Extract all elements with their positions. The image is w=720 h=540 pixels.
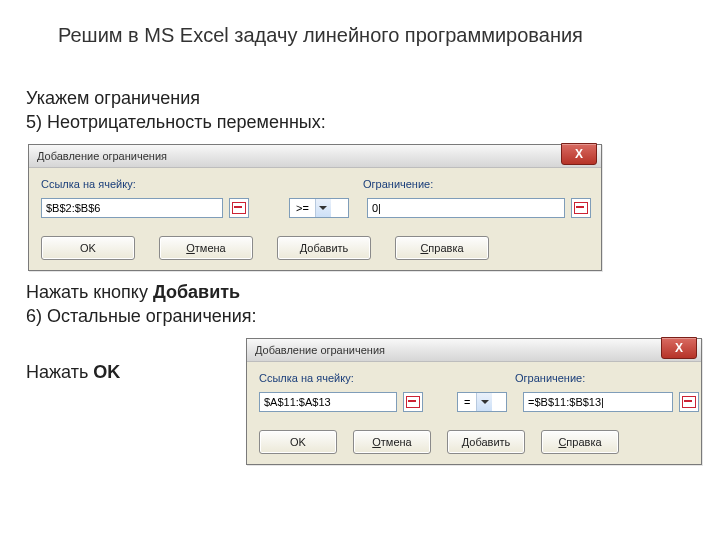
chevron-down-icon: [315, 199, 331, 217]
constraint-input[interactable]: 0|: [367, 198, 565, 218]
add-constraint-dialog-2: Добавление ограничения X Ссылка на ячейк…: [246, 338, 702, 465]
constraint-label: Ограничение:: [515, 372, 585, 384]
dialog-title: Добавление ограничения: [255, 344, 385, 356]
cell-ref-input[interactable]: $A$11:$A$13: [259, 392, 397, 412]
range-picker-button[interactable]: [403, 392, 423, 412]
range-picker-icon: [574, 202, 588, 214]
cell-ref-label: Ссылка на ячейку:: [41, 178, 136, 190]
add-button[interactable]: Добавить: [277, 236, 371, 260]
add-constraint-dialog-1: Добавление ограничения X Ссылка на ячейк…: [28, 144, 602, 271]
titlebar: Добавление ограничения X: [29, 145, 601, 168]
operator-value: >=: [290, 202, 315, 214]
help-button[interactable]: Справка: [395, 236, 489, 260]
dialog-body: Ссылка на ячейку: Ограничение: $A$11:$A$…: [247, 362, 701, 464]
dialog-body: Ссылка на ячейку: Ограничение: $B$2:$B$6…: [29, 168, 601, 270]
help-button[interactable]: Справка: [541, 430, 619, 454]
dialog-title: Добавление ограничения: [37, 150, 167, 162]
text-line: 5) Неотрицательность переменных:: [26, 110, 326, 134]
close-icon[interactable]: X: [661, 337, 697, 359]
operator-combo[interactable]: >=: [289, 198, 349, 218]
text-line: Укажем ограничения: [26, 86, 326, 110]
range-picker-button[interactable]: [571, 198, 591, 218]
add-button[interactable]: Добавить: [447, 430, 525, 454]
range-picker-icon: [232, 202, 246, 214]
text-press-ok: Нажать OK: [26, 360, 120, 384]
text-constraints-intro: Укажем ограничения 5) Неотрицательность …: [26, 86, 326, 135]
operator-value: =: [458, 396, 476, 408]
close-icon[interactable]: X: [561, 143, 597, 165]
constraint-label: Ограничение:: [363, 178, 433, 190]
page-title: Решим в MS Excel задачу линейного програ…: [58, 24, 583, 47]
cancel-button[interactable]: Отмена: [353, 430, 431, 454]
chevron-down-icon: [476, 393, 492, 411]
text-line: 6) Остальные ограничения:: [26, 304, 257, 328]
ok-button[interactable]: OK: [41, 236, 135, 260]
range-picker-button[interactable]: [679, 392, 699, 412]
text-press-add: Нажать кнопку Добавить 6) Остальные огра…: [26, 280, 257, 329]
cell-ref-label: Ссылка на ячейку:: [259, 372, 354, 384]
cancel-button[interactable]: Отмена: [159, 236, 253, 260]
operator-combo[interactable]: =: [457, 392, 507, 412]
range-picker-button[interactable]: [229, 198, 249, 218]
cell-ref-input[interactable]: $B$2:$B$6: [41, 198, 223, 218]
range-picker-icon: [682, 396, 696, 408]
constraint-input[interactable]: =$B$11:$B$13|: [523, 392, 673, 412]
text-line: Нажать кнопку Добавить: [26, 280, 257, 304]
ok-button[interactable]: OK: [259, 430, 337, 454]
titlebar: Добавление ограничения X: [247, 339, 701, 362]
range-picker-icon: [406, 396, 420, 408]
